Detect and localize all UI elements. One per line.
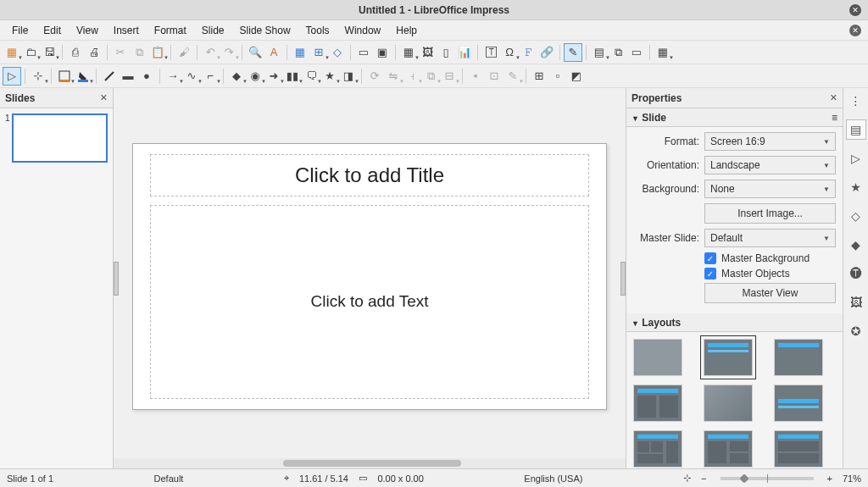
right-splitter[interactable] bbox=[620, 262, 626, 296]
workspace[interactable]: Click to add Title Click to add Text bbox=[114, 88, 626, 468]
print-button[interactable]: 🖨 bbox=[86, 44, 103, 61]
insert-hyperlink-button[interactable]: 🔗 bbox=[538, 44, 555, 61]
insert-image-button[interactable]: Insert Image... bbox=[704, 203, 836, 224]
cut-button[interactable]: ✂ bbox=[112, 44, 129, 61]
rectangle-tool[interactable]: ▬ bbox=[120, 68, 136, 85]
slide-section-header[interactable]: ▼ Slide ≡ bbox=[626, 108, 843, 127]
save-button[interactable]: 🖫▼ bbox=[41, 44, 58, 61]
distribute-tool[interactable]: ⊟▼ bbox=[441, 68, 458, 85]
menu-file[interactable]: File bbox=[5, 22, 35, 39]
lines-arrows-tool[interactable]: →▼ bbox=[164, 68, 181, 85]
tab-shapes-icon[interactable]: ◆ bbox=[847, 235, 865, 254]
status-zoom[interactable]: 71% bbox=[843, 473, 861, 484]
tab-styles-icon[interactable]: 🅣 bbox=[847, 264, 865, 283]
fit-page-icon[interactable]: ⊹ bbox=[683, 473, 691, 484]
layout-centered[interactable] bbox=[704, 385, 753, 422]
menu-insert[interactable]: Insert bbox=[107, 22, 146, 39]
window-close-icon[interactable]: ✕ bbox=[849, 4, 861, 16]
section-menu-icon[interactable]: ≡ bbox=[832, 112, 837, 124]
extrusion-tool[interactable]: ◩ bbox=[568, 68, 585, 85]
master-background-checkbox[interactable]: ✓ Master Background bbox=[704, 252, 836, 264]
layouts-section-header[interactable]: ▼ Layouts bbox=[626, 313, 843, 332]
orientation-select[interactable]: Landscape▼ bbox=[704, 156, 836, 174]
master-view-button[interactable]: Master View bbox=[704, 283, 836, 303]
line-color-button[interactable]: ▼ bbox=[56, 68, 73, 85]
layout-title-content[interactable] bbox=[704, 339, 753, 376]
align-tool[interactable]: ⫞▼ bbox=[403, 68, 420, 85]
slide-layout-button[interactable]: ▦▼ bbox=[654, 44, 671, 61]
slides-panel-close-icon[interactable]: ✕ bbox=[100, 92, 108, 103]
block-arrows-tool[interactable]: ➜▼ bbox=[265, 68, 282, 85]
tab-properties-icon[interactable]: ▤ bbox=[847, 120, 865, 139]
title-placeholder[interactable]: Click to add Title bbox=[150, 154, 589, 196]
layout-blank[interactable] bbox=[633, 339, 682, 376]
insert-media-button[interactable]: ▯ bbox=[437, 44, 454, 61]
insert-chart-button[interactable]: 📊 bbox=[456, 44, 473, 61]
display-views-button[interactable]: ▭ bbox=[355, 44, 372, 61]
master-slide-select[interactable]: Default▼ bbox=[704, 229, 836, 247]
undo-button[interactable]: ↶▼ bbox=[202, 44, 219, 61]
crop-tool[interactable]: ⊡ bbox=[486, 68, 503, 85]
gluepoints-tool[interactable]: ▫ bbox=[549, 68, 566, 85]
layout-four[interactable] bbox=[633, 430, 682, 468]
tab-animation-icon[interactable]: ★ bbox=[847, 178, 865, 196]
arrange-tool[interactable]: ⧉▼ bbox=[422, 68, 439, 85]
symbol-shapes-tool[interactable]: ◉▼ bbox=[247, 68, 264, 85]
insert-table-button[interactable]: ▦▼ bbox=[400, 44, 417, 61]
open-button[interactable]: 🗀▼ bbox=[22, 44, 39, 61]
menu-window[interactable]: Window bbox=[338, 22, 388, 39]
basic-shapes-tool[interactable]: ◆▼ bbox=[228, 68, 245, 85]
layout-three[interactable] bbox=[704, 430, 753, 468]
insert-special-char-button[interactable]: Ω▼ bbox=[501, 44, 518, 61]
new-slide-button[interactable]: ▤▼ bbox=[591, 44, 608, 61]
curves-tool[interactable]: ∿▼ bbox=[183, 68, 200, 85]
slide-canvas[interactable]: Click to add Title Click to add Text bbox=[132, 143, 607, 410]
filter-tool[interactable]: ✎▼ bbox=[504, 68, 521, 85]
points-tool[interactable]: ⊞ bbox=[531, 68, 548, 85]
tab-navigator-icon[interactable]: ✪ bbox=[847, 322, 865, 340]
redo-button[interactable]: ↷▼ bbox=[220, 44, 237, 61]
helplines-button[interactable]: ◇ bbox=[329, 44, 346, 61]
clone-format-button[interactable]: 🖌 bbox=[175, 44, 192, 61]
tab-slide-transition-icon[interactable]: ▷ bbox=[847, 149, 865, 168]
menu-edit[interactable]: Edit bbox=[36, 22, 68, 39]
menu-slide[interactable]: Slide bbox=[195, 22, 231, 39]
line-tool[interactable] bbox=[101, 68, 118, 85]
status-language[interactable]: English (USA) bbox=[524, 473, 582, 484]
duplicate-slide-button[interactable]: ⧉ bbox=[609, 44, 626, 61]
spellcheck-button[interactable]: A bbox=[265, 44, 282, 61]
menu-view[interactable]: View bbox=[70, 22, 105, 39]
zoom-in-icon[interactable]: + bbox=[827, 473, 832, 484]
tab-gallery-icon[interactable]: 🖼 bbox=[847, 293, 865, 312]
slide-thumbnail-1[interactable]: 1 bbox=[12, 113, 108, 163]
show-draw-functions-button[interactable]: ✎ bbox=[565, 44, 581, 61]
menu-tools[interactable]: Tools bbox=[299, 22, 337, 39]
rotate-tool[interactable]: ⟳ bbox=[366, 68, 383, 85]
find-button[interactable]: 🔍 bbox=[247, 44, 264, 61]
fill-color-button[interactable]: ▼ bbox=[75, 68, 92, 85]
horizontal-scrollbar[interactable] bbox=[114, 458, 626, 468]
flip-tool[interactable]: ⇋▼ bbox=[385, 68, 402, 85]
menu-slideshow[interactable]: Slide Show bbox=[233, 22, 298, 39]
export-pdf-button[interactable]: ⎙ bbox=[67, 44, 84, 61]
new-button[interactable]: ▦▼ bbox=[3, 44, 20, 61]
stars-tool[interactable]: ★▼ bbox=[321, 68, 338, 85]
paste-button[interactable]: 📋▼ bbox=[149, 44, 166, 61]
layout-two-content-header[interactable] bbox=[774, 385, 823, 422]
layout-stacked[interactable] bbox=[774, 430, 823, 468]
ellipse-tool[interactable]: ● bbox=[138, 68, 155, 85]
grid-button[interactable]: ▦ bbox=[292, 44, 309, 61]
insert-image-button[interactable]: 🖼 bbox=[419, 44, 436, 61]
zoom-slider[interactable] bbox=[721, 477, 814, 480]
menu-help[interactable]: Help bbox=[389, 22, 424, 39]
menu-format[interactable]: Format bbox=[147, 22, 193, 39]
zoom-tool[interactable]: ⊹▼ bbox=[30, 68, 47, 85]
copy-button[interactable]: ⧉ bbox=[131, 44, 147, 61]
select-tool[interactable]: ▷ bbox=[3, 68, 20, 85]
3d-objects-tool[interactable]: ◨▼ bbox=[340, 68, 357, 85]
snap-guides-button[interactable]: ⊞▼ bbox=[310, 44, 327, 61]
sidebar-menu-icon[interactable]: ⋮ bbox=[847, 91, 865, 110]
document-close-icon[interactable]: ✕ bbox=[849, 25, 861, 36]
master-objects-checkbox[interactable]: ✓ Master Objects bbox=[704, 268, 836, 279]
background-select[interactable]: None▼ bbox=[704, 180, 836, 198]
